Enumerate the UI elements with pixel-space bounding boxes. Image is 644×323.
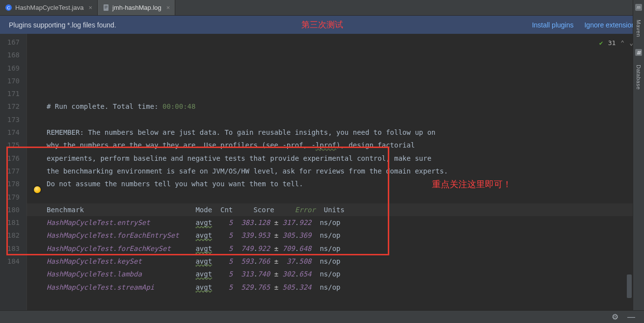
code-area[interactable]: # Run complete. Total time: 00:00:48 REM… — [27, 34, 644, 310]
tab-java-file[interactable]: C HashMapCycleTest.java × — [0, 0, 98, 15]
inspection-check-icon[interactable]: ✔ — [599, 37, 603, 50]
svg-text:C: C — [7, 5, 10, 10]
svg-rect-3 — [105, 6, 107, 6]
java-class-icon: C — [5, 4, 12, 11]
inspection-count: 31 — [608, 37, 616, 50]
install-plugins-link[interactable]: Install plugins — [532, 21, 574, 29]
status-bar: ⚙ — — [0, 310, 644, 323]
close-icon[interactable]: × — [165, 4, 171, 11]
inspection-indicators: ✔ 31 ⌃ ⌄ — [599, 37, 633, 50]
svg-rect-4 — [105, 7, 107, 7]
maven-icon[interactable]: m — [635, 4, 642, 11]
maven-tool-button[interactable]: Maven — [636, 20, 642, 37]
svg-rect-5 — [105, 8, 107, 8]
editor: 167 168 169 170 171 172 173 174 175 176 … — [0, 34, 644, 310]
settings-gear-icon[interactable]: ⚙ — [612, 312, 618, 322]
text-file-icon — [103, 4, 109, 11]
notice-text: Plugins supporting *.log files found. — [9, 21, 116, 29]
next-highlight-icon[interactable]: ⌄ — [629, 37, 633, 50]
prev-highlight-icon[interactable]: ⌃ — [620, 37, 624, 50]
close-icon[interactable]: × — [87, 4, 93, 11]
tab-log-file[interactable]: jmh-hashMap.log × — [98, 0, 175, 15]
intention-bulb-icon[interactable] — [34, 186, 41, 193]
tab-label: jmh-hashMap.log — [112, 4, 161, 11]
notice-actions: Install plugins Ignore extension — [532, 21, 635, 29]
editor-tabs: C HashMapCycleTest.java × jmh-hashMap.lo… — [0, 0, 644, 16]
code-content: # Run complete. Total time: 00:00:48 REM… — [47, 75, 644, 306]
annotation-focus-text: 重点关注这里即可！ — [432, 178, 511, 191]
database-icon[interactable]: ▦ — [635, 49, 642, 56]
minimize-icon[interactable]: — — [627, 313, 635, 322]
ignore-extension-link[interactable]: Ignore extension — [584, 21, 635, 29]
tab-label: HashMapCycleTest.java — [15, 4, 83, 11]
line-gutter: 167 168 169 170 171 172 173 174 175 176 … — [0, 34, 27, 310]
svg-rect-2 — [104, 4, 108, 11]
plugin-notice-bar: Plugins supporting *.log files found. 第三… — [0, 16, 644, 34]
annotation-test-number: 第三次测试 — [301, 19, 343, 30]
